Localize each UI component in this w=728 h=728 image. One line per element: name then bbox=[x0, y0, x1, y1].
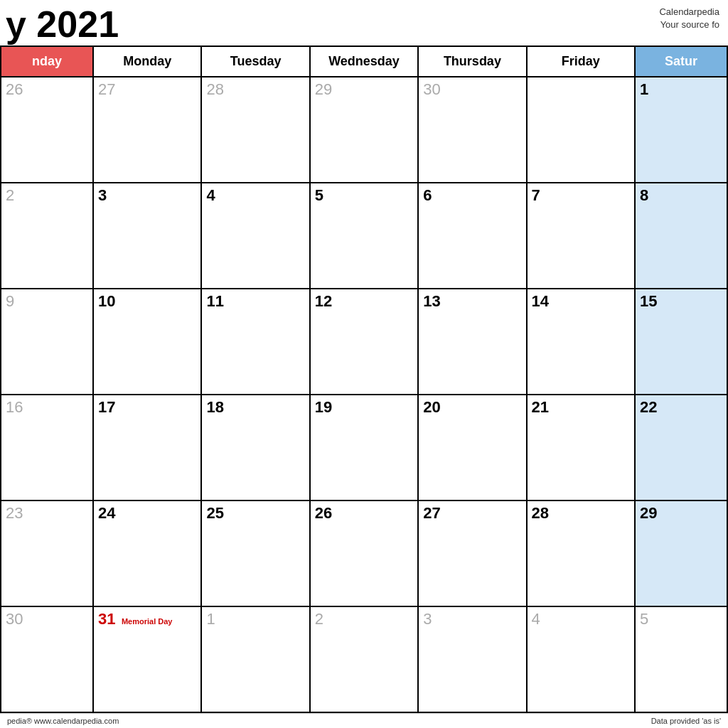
day-number: 27 bbox=[98, 80, 115, 98]
day-cell: 3 bbox=[94, 183, 202, 288]
header-sunday: nday bbox=[1, 47, 94, 76]
day-cell: 24 bbox=[94, 501, 202, 606]
day-cell: 15 bbox=[636, 289, 728, 394]
top-bar: y 2021 Calendarpedia Your source fo bbox=[0, 0, 728, 46]
day-number: 25 bbox=[206, 504, 223, 522]
day-cell: 22 bbox=[636, 395, 728, 500]
day-cell: 5 bbox=[311, 183, 419, 288]
day-cell: 11 bbox=[202, 289, 310, 394]
day-cell: 2 bbox=[1, 183, 94, 288]
day-cell: 5 bbox=[636, 607, 728, 712]
day-number: 21 bbox=[532, 398, 549, 416]
week-row-1: 26 27 28 29 30 1 bbox=[1, 77, 728, 183]
day-number: 18 bbox=[206, 398, 223, 416]
day-number: 2 bbox=[6, 186, 14, 204]
day-cell: 30 bbox=[419, 77, 527, 182]
day-cell: 9 bbox=[1, 289, 94, 394]
day-number: 13 bbox=[423, 292, 440, 310]
day-cell: 30 bbox=[1, 607, 94, 712]
week-row-4: 16 17 18 19 20 21 22 bbox=[1, 395, 728, 501]
header-thursday: Thursday bbox=[419, 47, 527, 76]
day-number: 30 bbox=[423, 80, 440, 98]
day-cell: 3 bbox=[419, 607, 527, 712]
day-cell: 26 bbox=[311, 501, 419, 606]
day-cell: 2 bbox=[311, 607, 419, 712]
footer-bar: pedia® www.calendarpedia.com Data provid… bbox=[0, 713, 728, 728]
day-cell: 14 bbox=[528, 289, 636, 394]
day-cell: 17 bbox=[94, 395, 202, 500]
day-number: 11 bbox=[206, 292, 223, 310]
day-cell: 1 bbox=[636, 77, 728, 182]
week-row-2: 2 3 4 5 6 7 8 bbox=[1, 183, 728, 289]
day-cell: 23 bbox=[1, 501, 94, 606]
day-number: 1 bbox=[206, 610, 215, 628]
day-cell: 28 bbox=[202, 77, 310, 182]
brand-tagline: Your source fo bbox=[659, 18, 719, 31]
day-cell: 16 bbox=[1, 395, 94, 500]
day-cell: 21 bbox=[528, 395, 636, 500]
day-number: 4 bbox=[532, 610, 540, 628]
day-number: 3 bbox=[423, 610, 432, 628]
day-number: 17 bbox=[98, 398, 115, 416]
day-number: 20 bbox=[423, 398, 440, 416]
week-row-6: 30 31 Memorial Day 1 2 3 4 bbox=[1, 607, 728, 713]
day-number: 6 bbox=[423, 186, 432, 204]
day-cell: 29 bbox=[636, 501, 728, 606]
day-cell: 29 bbox=[311, 77, 419, 182]
header-wednesday: Wednesday bbox=[311, 47, 419, 76]
month-title: y 2021 bbox=[6, 6, 119, 43]
day-cell: 10 bbox=[94, 289, 202, 394]
day-cell: 1 bbox=[202, 607, 310, 712]
day-number: 22 bbox=[640, 398, 657, 416]
day-number: 5 bbox=[640, 610, 648, 628]
day-number: 2 bbox=[315, 610, 323, 628]
footer-left: pedia® www.calendarpedia.com bbox=[7, 717, 119, 725]
day-cell: 4 bbox=[202, 183, 310, 288]
header-tuesday: Tuesday bbox=[202, 47, 310, 76]
day-number: 9 bbox=[6, 292, 14, 310]
holiday-label: Memorial Day bbox=[122, 617, 173, 626]
header-monday: Monday bbox=[94, 47, 202, 76]
day-number: 24 bbox=[98, 504, 115, 522]
brand-name: Calendarpedia bbox=[659, 6, 719, 18]
day-number: 26 bbox=[6, 80, 23, 98]
day-number: 4 bbox=[206, 186, 215, 204]
day-cell: 20 bbox=[419, 395, 527, 500]
day-cell: 25 bbox=[202, 501, 310, 606]
header-saturday: Satur bbox=[636, 47, 728, 76]
day-number: 29 bbox=[315, 80, 332, 98]
calendar-page: y 2021 Calendarpedia Your source fo nday… bbox=[0, 0, 728, 728]
day-number: 8 bbox=[640, 186, 648, 204]
day-cell: 28 bbox=[528, 501, 636, 606]
calendar-body: 26 27 28 29 30 1 bbox=[1, 77, 728, 713]
day-number: 14 bbox=[532, 292, 549, 310]
day-cell bbox=[528, 77, 636, 182]
day-number: 16 bbox=[6, 398, 23, 416]
day-number: 3 bbox=[98, 186, 107, 204]
day-number: 23 bbox=[6, 504, 23, 522]
day-number: 5 bbox=[315, 186, 323, 204]
day-number: 19 bbox=[315, 398, 332, 416]
day-number: 31 bbox=[98, 610, 115, 628]
day-cell: 18 bbox=[202, 395, 310, 500]
day-number: 30 bbox=[6, 610, 23, 628]
day-cell: 8 bbox=[636, 183, 728, 288]
day-number: 1 bbox=[640, 80, 648, 98]
day-cell: 6 bbox=[419, 183, 527, 288]
calendar: nday Monday Tuesday Wednesday Thursday F… bbox=[0, 46, 728, 713]
day-number: 7 bbox=[532, 186, 540, 204]
day-number: 27 bbox=[423, 504, 440, 522]
day-number: 28 bbox=[532, 504, 549, 522]
day-cell: 26 bbox=[1, 77, 94, 182]
week-row-5: 23 24 25 26 27 28 29 bbox=[1, 501, 728, 607]
footer-right: Data provided 'as is' bbox=[651, 717, 721, 725]
day-number: 28 bbox=[206, 80, 223, 98]
day-cell: 7 bbox=[528, 183, 636, 288]
day-number: 15 bbox=[640, 292, 657, 310]
day-cell: 27 bbox=[419, 501, 527, 606]
day-cell: 12 bbox=[311, 289, 419, 394]
day-cell: 27 bbox=[94, 77, 202, 182]
week-row-3: 9 10 11 12 13 14 15 bbox=[1, 289, 728, 395]
day-cell: 4 bbox=[528, 607, 636, 712]
day-number: 10 bbox=[98, 292, 115, 310]
